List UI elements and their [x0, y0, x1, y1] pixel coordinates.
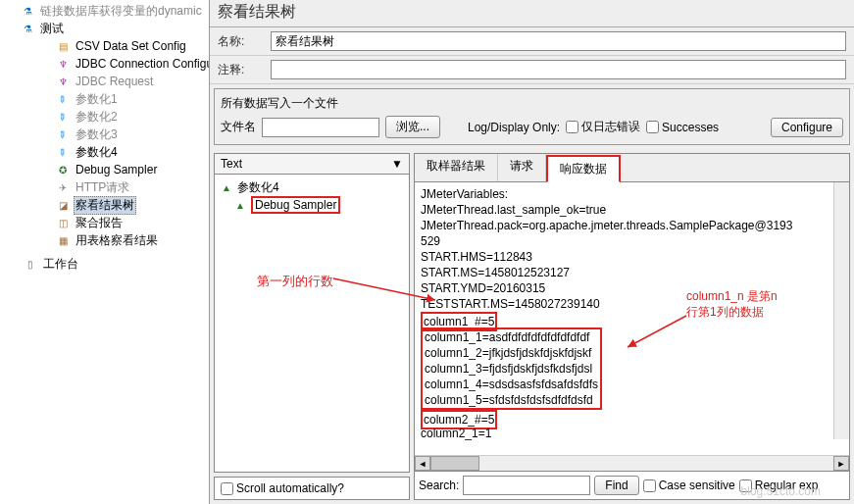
result-tabs: 取样器结果 请求 响应数据: [415, 154, 849, 182]
pencil-icon: ✎: [52, 141, 75, 164]
result-node-param4[interactable]: ▲ 参数化4: [219, 178, 405, 196]
tree-node-aggregate[interactable]: ◫ 聚合报告: [4, 214, 209, 231]
tree-node-jdbc-conn[interactable]: ♆ JDBC Connection Configurat: [4, 55, 209, 73]
tree-label: 用表格察看结果: [74, 232, 160, 249]
watermark: blog.51cto.com: [741, 484, 821, 498]
tree-node-param3[interactable]: ✎ 参数化3: [4, 126, 209, 143]
tree-label: 参数化2: [74, 109, 120, 126]
tree-node-disabled[interactable]: ⚗ 链接数据库获得变量的dynamic: [4, 2, 209, 20]
filename-input[interactable]: [262, 118, 379, 137]
comment-input[interactable]: [271, 60, 846, 79]
tree-node-http[interactable]: ✈ HTTP请求: [4, 178, 209, 196]
tree-node-param1[interactable]: ✎ 参数化1: [4, 90, 209, 108]
comment-label: 注释:: [218, 62, 265, 78]
name-row: 名称:: [210, 27, 854, 56]
tree-label: JDBC Connection Configurat: [74, 57, 210, 71]
tree-label: 参数化3: [74, 126, 120, 143]
scrollbar-vertical[interactable]: [833, 182, 849, 439]
tree-node-table-result[interactable]: ▦ 用表格察看结果: [4, 231, 209, 249]
table-icon: ▦: [55, 232, 71, 248]
success-icon: ▲: [232, 197, 248, 213]
report-icon: ◫: [55, 215, 71, 230]
tree-node-param2[interactable]: ✎ 参数化2: [4, 108, 209, 126]
eye-icon: ◪: [55, 197, 71, 213]
result-node-debug[interactable]: ▲ Debug Sampler: [219, 196, 405, 214]
tree-node-workbench[interactable]: ▯ 工作台: [4, 255, 209, 273]
response-content[interactable]: JMeterVariables:JMeterThread.last_sample…: [415, 182, 849, 455]
tree-label: Debug Sampler: [74, 163, 159, 176]
tree-node-jdbc-req[interactable]: ♆ JDBC Request: [4, 73, 209, 90]
nav-tree: ⚗ 链接数据库获得变量的dynamic ⚗ 测试 ▤ CSV Data Set …: [0, 0, 210, 504]
db-icon: ♆: [55, 74, 71, 89]
tree-node-result-tree[interactable]: ◪ 察看结果树: [4, 196, 209, 214]
name-label: 名称:: [218, 33, 265, 50]
comment-row: 注释:: [210, 56, 854, 84]
flask-icon: ⚗: [20, 3, 35, 19]
clipboard-icon: ▯: [23, 256, 38, 272]
tree-label: 链接数据库获得变量的dynamic: [38, 3, 204, 20]
find-button[interactable]: Find: [594, 476, 638, 495]
tab-sampler-result[interactable]: 取样器结果: [415, 154, 498, 181]
name-input[interactable]: [271, 31, 846, 51]
file-label: 文件名: [221, 119, 256, 135]
sampler-tree-panel: Text ▼ ▲ 参数化4 ▲ Debug Sampler: [214, 153, 410, 473]
panel-title: 察看结果树: [210, 0, 854, 27]
tree-label: 测试: [38, 21, 66, 37]
success-icon: ▲: [219, 179, 234, 195]
db-icon: ♆: [55, 56, 71, 72]
main-panel: 察看结果树 名称: 注释: 所有数据写入一个文件 文件名 浏览... Log/D…: [210, 0, 854, 504]
tab-request[interactable]: 请求: [498, 154, 546, 181]
result-label: Debug Sampler: [251, 196, 340, 214]
tree-label: 参数化4: [74, 144, 120, 161]
tab-response-data[interactable]: 响应数据: [546, 155, 621, 182]
tree-label: 察看结果树: [74, 196, 136, 215]
tree-label: CSV Data Set Config: [74, 39, 188, 53]
dropdown-arrow-icon[interactable]: ▼: [391, 157, 403, 171]
text-dropdown-label: Text: [221, 157, 242, 171]
tree-node-test[interactable]: ⚗ 测试: [4, 20, 209, 37]
tree-label: 工作台: [41, 256, 80, 273]
configure-button[interactable]: Configure: [771, 118, 843, 137]
tree-node-debug[interactable]: ✪ Debug Sampler: [4, 161, 209, 178]
search-input[interactable]: [463, 476, 590, 495]
http-icon: ✈: [55, 179, 71, 195]
tree-node-csv[interactable]: ▤ CSV Data Set Config: [4, 37, 209, 55]
bug-icon: ✪: [55, 162, 71, 177]
log-display-label: Log/Display Only:: [468, 121, 560, 134]
tree-label: 参数化1: [74, 91, 120, 108]
scroll-auto-checkbox[interactable]: Scroll automatically?: [221, 481, 344, 495]
tree-label: HTTP请求: [74, 179, 131, 196]
file-output-fieldset: 所有数据写入一个文件 文件名 浏览... Log/Display Only: 仅…: [214, 88, 850, 145]
file-icon: ▤: [55, 38, 71, 54]
successes-checkbox[interactable]: Successes: [646, 121, 719, 134]
case-sensitive-checkbox[interactable]: Case sensitive: [643, 479, 735, 492]
search-label: Search:: [419, 479, 459, 492]
tree-label: 聚合报告: [74, 215, 125, 231]
tree-node-param4[interactable]: ✎ 参数化4: [4, 143, 209, 161]
only-errors-checkbox[interactable]: 仅日志错误: [566, 119, 640, 135]
result-label: 参数化4: [237, 179, 279, 196]
browse-button[interactable]: 浏览...: [385, 116, 440, 138]
fieldset-legend: 所有数据写入一个文件: [221, 95, 843, 112]
tree-label: JDBC Request: [74, 75, 155, 88]
beaker-icon: ⚗: [20, 21, 35, 36]
scrollbar-horizontal[interactable]: ◄►: [415, 455, 849, 471]
